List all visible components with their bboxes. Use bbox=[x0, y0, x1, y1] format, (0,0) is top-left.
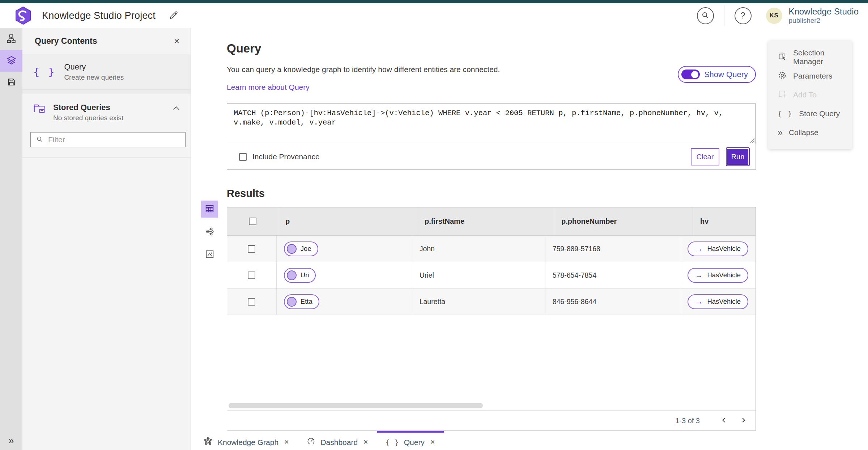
arrow-right-icon: → bbox=[695, 271, 702, 279]
pagination-range: 1-3 of 3 bbox=[675, 417, 700, 425]
edge-pill[interactable]: →HasVehicle bbox=[688, 268, 748, 283]
edge-pill[interactable]: →HasVehicle bbox=[688, 294, 748, 309]
left-icon-rail: » bbox=[0, 28, 22, 450]
node-pill[interactable]: Etta bbox=[284, 294, 319, 309]
help-icon: ? bbox=[741, 11, 745, 21]
stored-queries-description: No stored queries exist bbox=[53, 114, 123, 122]
arrow-right-icon: → bbox=[695, 245, 702, 253]
selection-manager-item[interactable]: Selection Manager bbox=[768, 48, 852, 67]
graph-view-button[interactable] bbox=[201, 223, 218, 240]
table-view-button[interactable] bbox=[201, 201, 218, 218]
edge-label: HasVehicle bbox=[707, 271, 741, 279]
panel-item-stored-queries[interactable]: Stored Queries No stored queries exist bbox=[22, 94, 191, 127]
close-tab-icon[interactable]: ✕ bbox=[284, 438, 289, 446]
knowledge-studio-logo-icon bbox=[14, 6, 32, 25]
node-circle-icon bbox=[287, 244, 297, 254]
search-icon bbox=[701, 11, 710, 21]
edge-pill[interactable]: →HasVehicle bbox=[688, 241, 748, 256]
save-icon bbox=[7, 77, 16, 88]
row-checkbox[interactable] bbox=[248, 298, 255, 306]
double-chevron-right-icon: » bbox=[778, 128, 783, 137]
query-footer: Include Provenance Clear Run bbox=[227, 144, 756, 169]
toggle-track bbox=[681, 70, 700, 79]
tab-dashboard[interactable]: Dashboard ✕ bbox=[298, 431, 377, 450]
column-header-hv[interactable]: hv bbox=[693, 207, 756, 235]
expand-rail-button[interactable]: » bbox=[0, 435, 22, 446]
panel-header: Query Contents ✕ bbox=[22, 28, 191, 54]
node-label: Uri bbox=[301, 271, 309, 279]
avatar[interactable]: KS bbox=[766, 8, 782, 24]
tab-label: Query bbox=[404, 438, 425, 447]
parameters-label: Parameters bbox=[793, 72, 833, 80]
layers-icon bbox=[7, 55, 16, 66]
gear-icon bbox=[778, 71, 787, 82]
braces-icon: { } bbox=[778, 109, 793, 118]
header-right: ? KS Knowledge Studio publisher2 bbox=[697, 5, 859, 26]
help-button[interactable]: ? bbox=[735, 7, 752, 24]
row-checkbox[interactable] bbox=[248, 245, 255, 253]
store-query-item[interactable]: { } Store Query bbox=[768, 104, 852, 123]
close-tab-icon[interactable]: ✕ bbox=[430, 438, 435, 446]
query-actions-panel: Selection Manager Parameters Add To bbox=[768, 41, 852, 149]
table-header-row: p p.firstName p.phoneNumber hv bbox=[227, 207, 756, 236]
column-header-phonenumber[interactable]: p.phoneNumber bbox=[554, 207, 693, 235]
filter-section bbox=[22, 127, 191, 158]
cell-firstname: Lauretta bbox=[412, 289, 545, 315]
table-row: Joe John 759-889-57168 →HasVehicle bbox=[227, 236, 756, 262]
add-to-label: Add To bbox=[793, 91, 817, 99]
panel-title: Query Contents bbox=[35, 36, 97, 46]
close-panel-button[interactable]: ✕ bbox=[174, 37, 180, 46]
collapse-item[interactable]: » Collapse bbox=[768, 123, 852, 142]
search-button[interactable] bbox=[697, 7, 714, 24]
panel-item-query[interactable]: { } Query Create new queries bbox=[22, 54, 191, 90]
show-query-toggle[interactable]: Show Query bbox=[678, 66, 756, 83]
tab-query[interactable]: { } Query ✕ bbox=[377, 431, 444, 450]
edge-label: HasVehicle bbox=[707, 298, 741, 306]
row-checkbox[interactable] bbox=[248, 272, 255, 279]
node-pill[interactable]: Uri bbox=[284, 268, 316, 283]
node-pill[interactable]: Joe bbox=[284, 241, 318, 256]
collapse-stored-queries-button[interactable] bbox=[173, 103, 180, 112]
column-header-firstname[interactable]: p.firstName bbox=[417, 207, 554, 235]
chevron-left-icon bbox=[721, 417, 727, 424]
app-root: Knowledge Studio Project ? KS Knowledge … bbox=[0, 0, 868, 450]
horizontal-scrollbar[interactable] bbox=[229, 403, 483, 408]
tab-label: Dashboard bbox=[320, 438, 358, 447]
table-row: Uri Uriel 578-654-7854 →HasVehicle bbox=[227, 262, 756, 289]
select-all-checkbox[interactable] bbox=[249, 218, 256, 225]
clear-button[interactable]: Clear bbox=[691, 148, 719, 165]
query-item-label: Query bbox=[64, 62, 124, 72]
arrow-right-icon: → bbox=[695, 298, 702, 306]
add-to-icon bbox=[778, 89, 787, 101]
chart-view-icon bbox=[205, 249, 214, 260]
sidebar-item-save[interactable] bbox=[0, 72, 22, 93]
hierarchy-icon bbox=[7, 34, 16, 45]
previous-page-button[interactable] bbox=[716, 413, 731, 428]
cell-firstname: John bbox=[412, 236, 545, 262]
edit-project-title-button[interactable] bbox=[169, 10, 178, 21]
node-label: Joe bbox=[301, 245, 311, 253]
braces-icon: { } bbox=[386, 438, 399, 446]
user-block: Knowledge Studio publisher2 bbox=[789, 7, 859, 24]
query-editor[interactable]: MATCH (p:Person)-[hv:HasVehicle]->(v:Veh… bbox=[227, 104, 756, 144]
learn-more-link[interactable]: Learn more about Query bbox=[227, 83, 310, 92]
project-title: Knowledge Studio Project bbox=[42, 10, 156, 21]
add-to-item: Add To bbox=[768, 85, 852, 104]
stored-queries-label: Stored Queries bbox=[53, 103, 123, 112]
sidebar-item-layers[interactable] bbox=[0, 50, 22, 72]
close-tab-icon[interactable]: ✕ bbox=[363, 438, 368, 446]
chart-view-button[interactable] bbox=[201, 246, 218, 263]
next-page-button[interactable] bbox=[736, 413, 750, 428]
filter-input[interactable] bbox=[48, 135, 180, 144]
include-provenance-checkbox[interactable] bbox=[239, 153, 247, 161]
page-title: Query bbox=[227, 28, 756, 55]
filter-box bbox=[30, 132, 186, 147]
column-header-p[interactable]: p bbox=[278, 207, 417, 235]
run-button[interactable]: Run bbox=[727, 148, 749, 165]
sidebar-item-hierarchy[interactable] bbox=[0, 28, 22, 50]
parameters-item[interactable]: Parameters bbox=[768, 67, 852, 85]
cell-firstname: Uriel bbox=[412, 262, 545, 288]
top-teal-strip bbox=[0, 0, 868, 3]
cell-phonenumber: 846-956-8644 bbox=[545, 289, 681, 315]
tab-knowledge-graph[interactable]: Knowledge Graph ✕ bbox=[195, 431, 298, 450]
